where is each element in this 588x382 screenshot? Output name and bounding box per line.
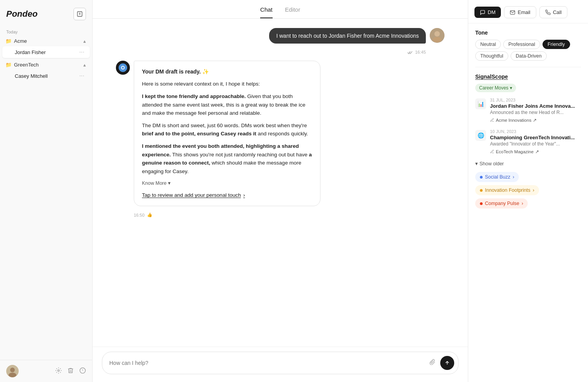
show-older-label: Show older [480, 161, 504, 166]
company-pulse-pill[interactable]: Company Pulse › [475, 198, 528, 209]
jordan-fisher-label: Jordan Fisher [15, 49, 46, 55]
show-older-button[interactable]: ▾ Show older [475, 161, 581, 166]
tone-thoughtful[interactable]: Thoughtful [475, 51, 508, 61]
sidebar-group-greentech-label: GreenTech [14, 62, 39, 68]
user-message-time: 16:45 [116, 50, 444, 54]
user-avatar [6, 365, 19, 377]
email-button[interactable]: Email [504, 6, 536, 18]
svg-point-10 [434, 31, 440, 37]
bot-avatar [116, 61, 130, 75]
folder-icon-2: 📁 [5, 62, 12, 68]
action-buttons-row: DM Email Call [468, 6, 588, 23]
chevron-down-icon: ▾ [168, 179, 171, 187]
svg-point-5 [58, 370, 59, 371]
category-pills-section: Social Buzz › Innovation Footprints › Co… [475, 172, 581, 209]
sidebar-group-acme-header[interactable]: 📁 Acme ▲ [0, 36, 92, 46]
bot-para-3: I mentioned the event you both attended,… [142, 142, 312, 175]
sidebar-group-greentech-header[interactable]: 📁 GreenTech ▲ [0, 60, 92, 70]
user-bubble: I want to reach out to Jordan Fisher fro… [269, 28, 426, 44]
svg-point-4 [9, 373, 16, 377]
sidebar-group-acme-label: Acme [14, 38, 27, 44]
right-panel: DM Email Call Tone Neutral Professional … [468, 0, 588, 382]
sidebar-bottom-icons [55, 367, 86, 375]
signal-title-2: Championing GreenTech Innovati... [490, 135, 581, 140]
tone-data-driven[interactable]: Data-Driven [511, 51, 547, 61]
call-label: Call [553, 9, 562, 15]
user-message-text: I want to reach out to Jordan Fisher fro… [276, 33, 419, 39]
chevron-right-icon-2: › [533, 187, 534, 193]
casey-mitchell-label: Casey Mitchell [15, 73, 48, 79]
user-chat-avatar [430, 28, 444, 43]
tab-editor[interactable]: Editor [285, 6, 300, 18]
signal-source-2: EcoTech Magazine ↗ [490, 149, 539, 154]
social-buzz-pill[interactable]: Social Buzz › [475, 172, 519, 182]
innovation-label: Innovation Footprints [485, 187, 530, 193]
chevron-up-icon: ▲ [82, 39, 87, 44]
sidebar-group-greentech: 📁 GreenTech ▲ Casey Mitchell ··· [0, 60, 92, 82]
item-dots-casey[interactable]: ··· [79, 72, 84, 79]
svg-point-13 [122, 67, 124, 69]
signal-item-1: 📊 31 JUL, 2023 Jordan Fisher Joins Acme … [475, 98, 581, 124]
company-pulse-label: Company Pulse [485, 201, 519, 206]
email-label: Email [518, 9, 530, 15]
settings-icon[interactable] [55, 367, 62, 375]
bot-message-time-row: 16:50 👍 [116, 212, 444, 217]
external-link-icon-1[interactable]: ↗ [533, 117, 537, 123]
info-icon[interactable] [79, 367, 86, 375]
bot-message-row: Your DM draft is ready. ✨ Here is some r… [116, 61, 444, 206]
tone-section: Tone Neutral Professional Friendly Thoug… [468, 23, 588, 67]
signal-scope-section: SignalScope Career Moves ▾ 📊 31 JUL, 202… [468, 67, 588, 215]
chevron-up-icon-2: ▲ [82, 63, 87, 67]
career-moves-label: Career Moves [479, 85, 508, 91]
user-message-row: I want to reach out to Jordan Fisher fro… [116, 28, 444, 44]
tab-chat[interactable]: Chat [260, 6, 273, 18]
bot-para-1: I kept the tone friendly and approachabl… [142, 92, 312, 117]
chevron-down-icon-2: ▾ [510, 85, 512, 91]
signal-icon-2: 🌐 [475, 130, 486, 141]
company-dot [480, 202, 483, 205]
dm-button[interactable]: DM [474, 7, 501, 18]
sidebar-group-acme: 📁 Acme ▲ Jordan Fisher ··· [0, 36, 92, 58]
innovation-footprints-pill[interactable]: Innovation Footprints › [475, 185, 539, 195]
item-dots-jordan[interactable]: ··· [79, 49, 84, 56]
tap-review-button[interactable]: Tap to review and add your personal touc… [142, 191, 312, 200]
signal-source-1: Acme Innovations ↗ [490, 117, 537, 123]
signal-scope-title[interactable]: SignalScope [475, 74, 581, 80]
know-more-button[interactable]: Know More ▾ [142, 179, 312, 187]
signal-icon-1: 📊 [475, 98, 486, 109]
signal-desc-1: Announced as the new Head of R... [490, 110, 581, 115]
sidebar: Pondeo Today 📁 Acme ▲ Jordan Fisher ··· … [0, 0, 93, 382]
signal-source-name-1: Acme Innovations [496, 118, 531, 123]
new-chat-button[interactable] [74, 8, 86, 20]
call-button[interactable]: Call [539, 6, 567, 18]
know-more-label: Know More [142, 179, 166, 187]
arrow-right-icon: › [243, 191, 245, 200]
sidebar-today-label: Today [0, 26, 92, 36]
tone-neutral[interactable]: Neutral [475, 40, 501, 49]
career-moves-pill[interactable]: Career Moves ▾ [475, 84, 516, 92]
send-button[interactable] [440, 356, 454, 370]
thumbs-up-icon[interactable]: 👍 [147, 212, 152, 217]
tone-tags: Neutral Professional Friendly Thoughtful… [475, 40, 581, 61]
app-logo: Pondeo [6, 9, 38, 19]
tone-friendly[interactable]: Friendly [542, 40, 570, 49]
external-link-icon-2[interactable]: ↗ [535, 149, 539, 154]
chat-input-area [93, 347, 468, 382]
social-buzz-label: Social Buzz [485, 174, 510, 180]
bot-message-timestamp: 16:50 [134, 213, 145, 217]
chevron-down-icon-3: ▾ [475, 161, 478, 166]
bot-para-2: The DM is short and sweet, just 60 words… [142, 121, 312, 138]
signal-date-2: 10 JUN, 2023 [490, 129, 581, 134]
trash-icon[interactable] [67, 367, 74, 375]
sidebar-item-jordan-fisher[interactable]: Jordan Fisher ··· [2, 46, 90, 58]
bot-bubble-title: Your DM draft is ready. ✨ [142, 67, 312, 76]
chat-messages: I want to reach out to Jordan Fisher fro… [93, 19, 468, 347]
chat-input[interactable] [109, 360, 425, 366]
sidebar-item-casey-mitchell[interactable]: Casey Mitchell ··· [2, 70, 90, 82]
signal-desc-2: Awarded "Innovator of the Year"... [490, 141, 581, 147]
attachment-icon[interactable] [428, 359, 437, 367]
tone-professional[interactable]: Professional [503, 40, 540, 49]
tone-label: Tone [475, 30, 581, 36]
chevron-right-icon-3: › [522, 201, 523, 206]
signal-date-1: 31 JUL, 2023 [490, 98, 581, 102]
